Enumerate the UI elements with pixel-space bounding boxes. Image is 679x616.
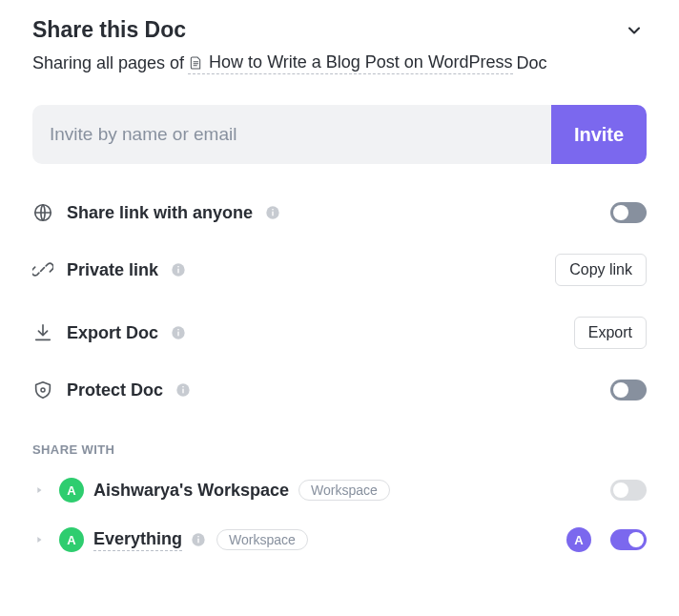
svg-rect-15 bbox=[197, 539, 198, 544]
share-toggle[interactable] bbox=[610, 480, 647, 501]
svg-rect-2 bbox=[272, 212, 273, 216]
info-icon[interactable] bbox=[170, 261, 187, 278]
svg-rect-5 bbox=[177, 269, 178, 274]
invite-input[interactable] bbox=[32, 105, 551, 164]
private-link-label: Private link bbox=[67, 260, 158, 280]
svg-rect-16 bbox=[197, 536, 198, 537]
workspace-badge: Workspace bbox=[216, 529, 308, 550]
svg-rect-12 bbox=[182, 389, 183, 394]
workspace-avatar: A bbox=[59, 527, 84, 552]
workspace-avatar: A bbox=[59, 478, 84, 503]
expand-caret[interactable] bbox=[32, 483, 46, 497]
svg-rect-6 bbox=[177, 266, 178, 267]
share-link-label: Share link with anyone bbox=[67, 203, 253, 223]
share-link-row: Share link with anyone bbox=[32, 202, 647, 223]
share-row: AEverythingWorkspaceA bbox=[32, 527, 647, 552]
subtitle: Sharing all pages of How to Write a Blog… bbox=[32, 52, 647, 74]
info-icon[interactable] bbox=[190, 531, 207, 548]
svg-rect-13 bbox=[182, 386, 183, 387]
collapse-chevron[interactable] bbox=[622, 18, 647, 43]
link-icon bbox=[32, 259, 53, 280]
share-toggle[interactable] bbox=[610, 529, 647, 550]
protect-label: Protect Doc bbox=[67, 380, 163, 400]
share-link-toggle[interactable] bbox=[610, 202, 647, 223]
private-link-row: Private link Copy link bbox=[32, 254, 647, 286]
workspace-name[interactable]: Everything bbox=[93, 529, 182, 551]
protect-toggle[interactable] bbox=[610, 380, 647, 400]
workspace-badge: Workspace bbox=[298, 480, 390, 501]
member-avatar[interactable]: A bbox=[566, 527, 591, 552]
subtitle-prefix: Sharing all pages of bbox=[32, 53, 184, 73]
share-row: AAishwarya's WorkspaceWorkspace bbox=[32, 478, 647, 503]
svg-rect-9 bbox=[177, 329, 178, 330]
doc-link[interactable]: How to Write a Blog Post on WordPress bbox=[188, 52, 512, 74]
svg-point-10 bbox=[41, 388, 45, 392]
svg-rect-8 bbox=[177, 332, 178, 337]
doc-name: How to Write a Blog Post on WordPress bbox=[209, 52, 512, 72]
caret-right-icon bbox=[34, 485, 44, 495]
info-icon[interactable] bbox=[264, 204, 281, 221]
dialog-title: Share this Doc bbox=[32, 17, 186, 43]
doc-icon bbox=[188, 54, 203, 72]
globe-icon bbox=[32, 202, 53, 223]
subtitle-suffix: Doc bbox=[517, 53, 547, 73]
share-with-heading: SHARE WITH bbox=[32, 442, 647, 457]
export-button[interactable]: Export bbox=[574, 317, 647, 349]
workspace-name[interactable]: Aishwarya's Workspace bbox=[93, 481, 289, 501]
chevron-down-icon bbox=[625, 21, 644, 40]
info-icon[interactable] bbox=[175, 381, 192, 399]
expand-caret[interactable] bbox=[32, 533, 46, 546]
export-label: Export Doc bbox=[67, 323, 158, 343]
copy-link-button[interactable]: Copy link bbox=[555, 254, 647, 286]
caret-right-icon bbox=[34, 535, 44, 544]
info-icon[interactable] bbox=[170, 324, 187, 341]
svg-rect-3 bbox=[272, 209, 273, 210]
protect-row: Protect Doc bbox=[32, 380, 647, 400]
export-row: Export Doc Export bbox=[32, 317, 647, 349]
shield-icon bbox=[32, 380, 53, 400]
invite-row: Invite bbox=[32, 105, 647, 164]
invite-button[interactable]: Invite bbox=[551, 105, 647, 164]
download-icon bbox=[32, 322, 53, 343]
